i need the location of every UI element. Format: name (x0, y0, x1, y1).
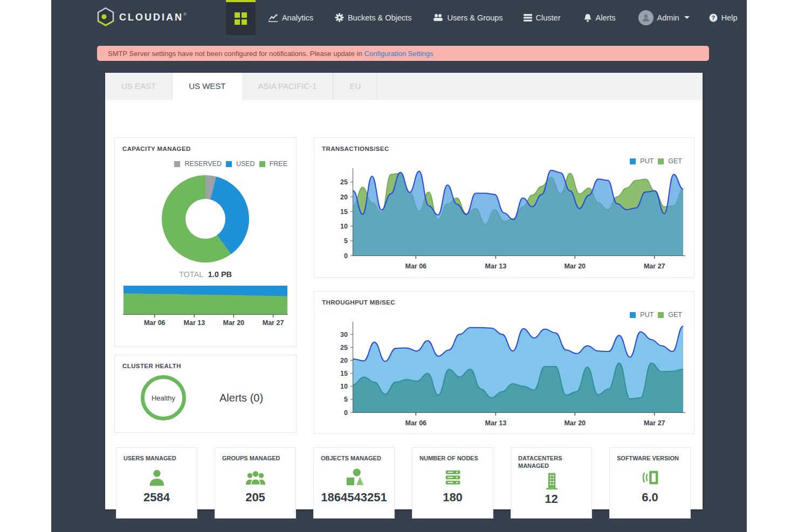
throughput-legend: PUT GET (630, 311, 682, 319)
region-tabstrip: US EAST US WEST ASIA PACIFIC-1 EU (105, 73, 703, 100)
throughput-card: THROUGHPUT MB/SEC PUT GET 051015202530Ma… (314, 291, 694, 434)
svg-text:?: ? (711, 14, 714, 20)
bell-icon (583, 13, 592, 22)
svg-text:Mar 27: Mar 27 (644, 419, 665, 427)
throughput-chart: 051015202530Mar 06Mar 13Mar 20Mar 27 (320, 320, 689, 432)
analytics-icon (269, 13, 278, 22)
svg-text:Mar 13: Mar 13 (485, 419, 507, 427)
svg-text:15: 15 (340, 208, 348, 216)
objects-managed-value: 1864543251 (314, 490, 394, 505)
svg-text:20: 20 (340, 357, 348, 364)
put-legend-swatch (630, 158, 636, 164)
software-version-value: 6.0 (610, 490, 690, 505)
nav-item-users-groups[interactable]: Users & Groups (433, 13, 503, 22)
datacenters-managed-card: DATACENTERS MANAGED 12 (511, 447, 592, 519)
capacity-donut-chart (162, 175, 249, 262)
svg-text:10: 10 (340, 383, 348, 390)
svg-text:Mar 13: Mar 13 (184, 319, 205, 327)
software-version-card: SOFTWARE VERSION 6.0 (609, 447, 691, 519)
app-window: CLOUDIAN® Analytics (51, 0, 747, 532)
throughput-title: THROUGHPUT MB/SEC (314, 292, 694, 306)
svg-text:5: 5 (344, 396, 348, 403)
cluster-icon (524, 14, 532, 22)
help-icon: ? (709, 13, 718, 22)
used-legend-swatch (226, 161, 232, 167)
content-panel: US EAST US WEST ASIA PACIFIC-1 EU CAPACI… (105, 73, 703, 509)
top-nav: CLOUDIAN® Analytics (51, 0, 747, 35)
transactions-legend: PUT GET (630, 157, 682, 165)
svg-text:Mar 06: Mar 06 (405, 419, 426, 427)
capacity-history-chart: Mar 06Mar 13Mar 20Mar 27 (123, 284, 296, 331)
nav-item-alerts[interactable]: Alerts (583, 13, 616, 22)
tab-us-east[interactable]: US EAST (105, 73, 173, 100)
svg-text:Mar 13: Mar 13 (485, 262, 507, 270)
software-version-icon (610, 466, 690, 489)
transactions-title: TRANSACTIONS/SEC (314, 138, 694, 153)
svg-text:10: 10 (340, 223, 348, 230)
users-managed-card: USERS MANAGED 2584 (116, 447, 197, 519)
nav-item-dashboard[interactable] (226, 0, 256, 35)
nav-item-cluster[interactable]: Cluster (524, 13, 561, 22)
svg-text:Mar 20: Mar 20 (223, 319, 244, 327)
svg-text:Mar 27: Mar 27 (263, 319, 284, 327)
users-managed-value: 2584 (116, 490, 197, 505)
groups-managed-value: 205 (215, 490, 295, 505)
cluster-health-card: CLUSTER HEALTH Healthy Alerts (0) (114, 355, 297, 433)
tab-us-west[interactable]: US WEST (173, 73, 242, 100)
users-icon (433, 13, 443, 22)
capacity-managed-card: CAPACITY MANAGED RESERVED USED FREE TOTA… (114, 137, 297, 347)
nav-item-help[interactable]: ? Help (709, 13, 738, 22)
nav-item-buckets-objects[interactable]: Buckets & Objects (335, 13, 411, 22)
cloudian-logo-icon (97, 7, 114, 29)
brand-name: CLOUDIAN® (119, 12, 188, 23)
banner-text: SMTP Server settings have not been confi… (108, 50, 362, 58)
svg-text:Mar 06: Mar 06 (405, 262, 426, 270)
get-legend-swatch (658, 312, 664, 318)
dashboard-body: CAPACITY MANAGED RESERVED USED FREE TOTA… (105, 100, 703, 509)
get-legend-swatch (658, 158, 664, 164)
svg-text:20: 20 (340, 194, 348, 201)
alerts-count[interactable]: Alerts (0) (219, 392, 263, 404)
cluster-health-title: CLUSTER HEALTH (115, 355, 296, 370)
svg-text:15: 15 (340, 370, 348, 377)
capacity-total: TOTAL 1.0 PB (115, 270, 296, 279)
tab-eu[interactable]: EU (333, 73, 377, 100)
health-status-circle: Healthy (141, 375, 186, 420)
chevron-down-icon (684, 16, 690, 19)
cloudian-logo[interactable]: CLOUDIAN® (97, 7, 188, 29)
transactions-card: TRANSACTIONS/SEC PUT GET 0510152025Mar 0… (314, 137, 694, 278)
gear-icon (335, 13, 344, 22)
svg-text:5: 5 (344, 237, 348, 245)
tab-asia-pacific-1[interactable]: ASIA PACIFIC-1 (242, 73, 334, 100)
svg-text:0: 0 (344, 409, 348, 417)
capacity-card-title: CAPACITY MANAGED (115, 138, 296, 153)
svg-text:25: 25 (340, 178, 348, 186)
put-legend-swatch (630, 312, 636, 318)
transactions-chart: 0510152025Mar 06Mar 13Mar 20Mar 27 (320, 166, 689, 275)
svg-text:Mar 06: Mar 06 (144, 319, 166, 327)
admin-avatar (638, 10, 653, 25)
datacenter-icon (511, 469, 591, 492)
number-of-nodes-value: 180 (412, 490, 493, 505)
svg-text:Mar 20: Mar 20 (564, 262, 586, 270)
svg-text:30: 30 (340, 331, 348, 338)
datacenters-managed-value: 12 (511, 492, 591, 506)
dashboard-grid-icon (235, 12, 247, 25)
smtp-warning-banner: SMTP Server settings have not been confi… (97, 46, 709, 61)
groups-icon (215, 466, 295, 489)
objects-managed-card: OBJECTS MANAGED 1864543251 (313, 447, 395, 519)
configuration-settings-link[interactable]: Configuration Settings (364, 50, 434, 58)
nodes-icon (412, 466, 493, 489)
number-of-nodes-card: NUMBER OF NODES (412, 447, 493, 519)
user-icon (116, 466, 197, 489)
reserved-legend-swatch (174, 161, 180, 167)
free-legend-swatch (259, 161, 265, 167)
nav-item-analytics[interactable]: Analytics (269, 13, 313, 22)
svg-text:Mar 20: Mar 20 (564, 419, 586, 427)
svg-text:Mar 27: Mar 27 (644, 262, 665, 270)
groups-managed-card: GROUPS MANAGED 205 (215, 447, 296, 519)
svg-text:0: 0 (344, 252, 348, 260)
svg-text:25: 25 (340, 344, 348, 351)
capacity-legend: RESERVED USED FREE (115, 153, 296, 168)
nav-item-admin[interactable]: Admin (638, 10, 690, 25)
